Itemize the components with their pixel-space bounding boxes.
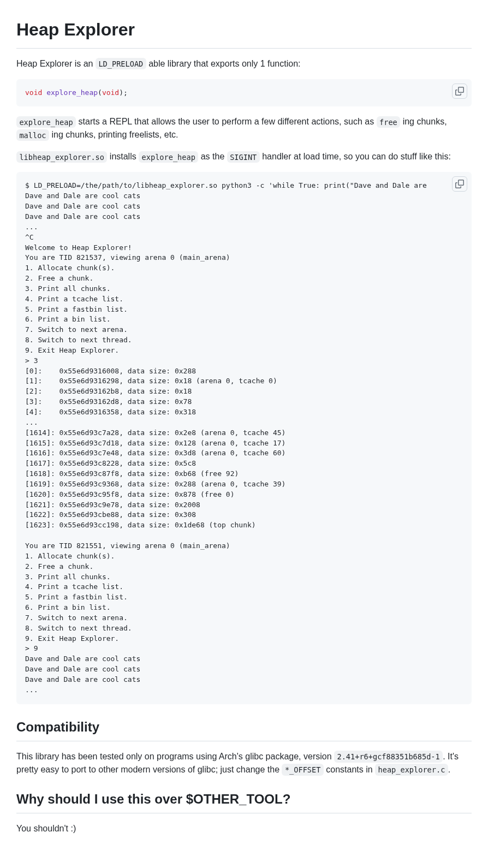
why-heading: Why should I use this over $OTHER_TOOL? bbox=[16, 789, 472, 813]
free-code: free bbox=[377, 116, 401, 128]
offset-code: *_OFFSET bbox=[282, 764, 323, 775]
p3-t3: handler at load time, so you can do stuf… bbox=[260, 152, 451, 161]
compat-t4: . bbox=[448, 765, 450, 774]
p2-t1: starts a REPL that allows the user to pe… bbox=[76, 117, 376, 126]
explore-heap-paragraph: explore_heap starts a REPL that allows t… bbox=[16, 115, 472, 141]
kw-void-1: void bbox=[25, 88, 42, 97]
p3-t1: installs bbox=[107, 152, 139, 161]
signature-codeblock: void explore_heap(void); bbox=[16, 79, 472, 107]
glibc-version-code: 2.41+r6+gcf88351b685d-1 bbox=[334, 751, 443, 762]
paren-open: ( bbox=[98, 88, 102, 97]
libheap-code: libheap_explorer.so bbox=[16, 151, 107, 163]
copy-icon bbox=[455, 87, 464, 96]
p2-t2: ing chunks, bbox=[400, 117, 447, 126]
malloc-code: malloc bbox=[16, 129, 49, 141]
copy-button[interactable] bbox=[452, 176, 467, 192]
explore-heap-code: explore_heap bbox=[16, 116, 76, 128]
copy-icon bbox=[455, 180, 464, 188]
session-codeblock: $ LD_PRELOAD=/the/path/to/libheap_explor… bbox=[16, 172, 472, 704]
sigint-paragraph: libheap_explorer.so installs explore_hea… bbox=[16, 150, 472, 163]
compat-t1: This library has been tested only on pro… bbox=[16, 752, 334, 761]
heap-explorer-c-code: heap_explorer.c bbox=[375, 764, 448, 775]
signature-pre: void explore_heap(void); bbox=[25, 88, 463, 98]
ld-preload-code: LD_PRELOAD bbox=[96, 58, 146, 69]
p2-t3: ing chunks, printing freelists, etc. bbox=[49, 130, 178, 139]
compatibility-heading: Compatibility bbox=[16, 717, 472, 741]
compat-t3: constants in bbox=[324, 765, 375, 774]
why-body: You shouldn't :) bbox=[16, 822, 472, 835]
session-pre: $ LD_PRELOAD=/the/path/to/libheap_explor… bbox=[25, 181, 463, 695]
sigint-code: SIGINT bbox=[227, 151, 260, 163]
page-title: Heap Explorer bbox=[16, 16, 472, 49]
copy-button[interactable] bbox=[452, 84, 467, 99]
p3-t2: as the bbox=[198, 152, 227, 161]
intro-text-b: able library that exports only 1 functio… bbox=[146, 59, 301, 68]
intro-paragraph: Heap Explorer is an LD_PRELOAD able libr… bbox=[16, 57, 472, 70]
intro-text-a: Heap Explorer is an bbox=[16, 59, 96, 68]
compatibility-paragraph: This library has been tested only on pro… bbox=[16, 750, 472, 776]
fn-name: explore_heap bbox=[46, 88, 98, 97]
paren-close: ); bbox=[119, 88, 128, 97]
kw-void-2: void bbox=[102, 88, 119, 97]
explore-heap-code-2: explore_heap bbox=[139, 151, 198, 163]
